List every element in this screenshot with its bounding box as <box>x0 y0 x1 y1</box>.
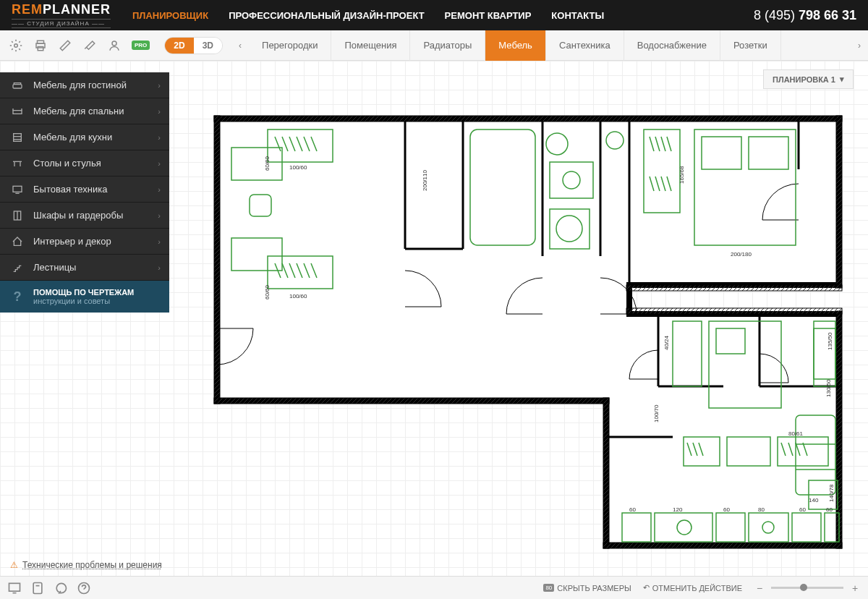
tech-issues-link[interactable]: ⚠ Технические проблемы и решения <box>10 560 162 570</box>
sidebar-item-decor[interactable]: Интерьер и декор › <box>0 229 169 255</box>
tab-walls[interactable]: Перегородки <box>249 30 331 61</box>
wardrobe-icon <box>9 210 26 221</box>
sidebar-label: Мебель для спальни <box>33 106 158 116</box>
scroll-left-icon[interactable]: ‹ <box>231 37 249 54</box>
nav-contacts[interactable]: КОНТАКТЫ <box>551 10 604 21</box>
house-icon <box>9 236 26 247</box>
svg-rect-76 <box>33 582 42 593</box>
view-2d-button[interactable]: 2D <box>165 38 193 54</box>
logo-subtitle: —— СТУДИЯ ДИЗАЙНА —— <box>12 19 111 28</box>
hide-dims-label: СКРЫТЬ РАЗМЕРЫ <box>557 584 631 592</box>
chevron-right-icon: › <box>158 81 161 90</box>
sidebar-item-kitchen[interactable]: Мебель для кухни › <box>0 124 169 150</box>
sidebar: Мебель для гостиной › Мебель для спальни… <box>0 72 169 313</box>
undo-label: ОТМЕНИТЬ ДЕЙСТВИЕ <box>652 584 742 592</box>
tools-icon[interactable] <box>82 38 97 53</box>
zoom-control: − + <box>754 582 861 594</box>
view-3d-button[interactable]: 3D <box>194 38 222 54</box>
zoom-slider[interactable] <box>771 587 843 589</box>
bed-icon <box>9 106 26 117</box>
sidebar-label: Мебель для гостиной <box>33 80 158 90</box>
nav-renovation[interactable]: РЕМОНТ КВАРТИР <box>445 10 532 21</box>
settings-icon[interactable] <box>9 38 23 53</box>
dim-label: 60 <box>723 506 730 513</box>
dim-label: 60 <box>629 506 636 513</box>
chevron-down-icon: ▾ <box>840 75 844 84</box>
svg-rect-7 <box>836 116 842 288</box>
tab-rooms[interactable]: Помещения <box>331 30 410 61</box>
tab-plumbing[interactable]: Сантехника <box>546 30 624 61</box>
nav-design-project[interactable]: ПРОФЕССИОНАЛЬНЫЙ ДИЗАЙН-ПРОЕКТ <box>229 10 424 21</box>
scroll-right-icon[interactable]: › <box>851 37 868 54</box>
chevron-right-icon: › <box>158 185 161 194</box>
table-icon <box>9 158 26 169</box>
svg-rect-74 <box>9 583 20 591</box>
chevron-right-icon: › <box>158 159 161 168</box>
chevron-right-icon: › <box>158 107 161 116</box>
ruler-icon[interactable] <box>58 38 72 53</box>
logo[interactable]: REMPLANNER —— СТУДИЯ ДИЗАЙНА —— <box>12 2 111 28</box>
phone-prefix: 8 (495) <box>754 8 799 22</box>
dim-label: 60 <box>826 506 833 513</box>
tabs-scroll: ‹ Перегородки Помещения Радиаторы Мебель… <box>231 30 868 61</box>
sidebar-label: Интерьер и декор <box>33 236 158 247</box>
tool-icons: PRO <box>0 38 158 53</box>
tech-issues-text: Технические проблемы и решения <box>22 560 162 570</box>
undo-button[interactable]: ↶ ОТМЕНИТЬ ДЕЙСТВИЕ <box>643 583 742 592</box>
svg-rect-62 <box>13 84 22 88</box>
tv-icon <box>9 184 26 195</box>
help-icon[interactable] <box>77 581 91 595</box>
sidebar-item-bedroom[interactable]: Мебель для спальни › <box>0 98 169 124</box>
help-subtitle: инструкции и советы <box>33 297 134 305</box>
zoom-out-button[interactable]: − <box>754 582 765 594</box>
plan-selector[interactable]: ПЛАНИРОВКА 1 ▾ <box>763 69 854 89</box>
sidebar-item-appliances[interactable]: Бытовая техника › <box>0 177 169 203</box>
note-icon[interactable] <box>30 581 45 595</box>
tab-furniture[interactable]: Мебель <box>485 30 546 61</box>
svg-rect-13 <box>626 308 842 314</box>
sidebar-label: Мебель для кухни <box>33 132 158 143</box>
svg-point-4 <box>112 41 116 46</box>
logo-planner: PLANNER <box>43 2 111 17</box>
print-icon[interactable] <box>33 38 48 53</box>
svg-rect-64 <box>14 133 22 141</box>
sidebar-label: Столы и стулья <box>33 158 158 169</box>
sidebar-help[interactable]: ? ПОМОЩЬ ПО ЧЕРТЕЖАМ инструкции и советы <box>0 281 169 313</box>
dim-label: 60 <box>799 506 806 513</box>
chevron-right-icon: › <box>158 237 161 246</box>
tab-sockets[interactable]: Розетки <box>720 30 781 61</box>
hide-dimensions-button[interactable]: 80 СКРЫТЬ РАЗМЕРЫ <box>543 584 631 592</box>
floorplan-drawing[interactable]: 100/60 100/60 200/110 200/180 165/68 60/… <box>210 111 846 560</box>
zoom-in-button[interactable]: + <box>849 582 861 594</box>
tab-water[interactable]: Водоснабжение <box>624 30 720 61</box>
phone-number: 8 (495) 798 66 31 <box>754 8 856 23</box>
sofa-icon <box>9 80 26 91</box>
chat-icon[interactable] <box>54 581 68 595</box>
sidebar-item-wardrobes[interactable]: Шкафы и гардеробы › <box>0 203 169 229</box>
phone-main: 798 66 31 <box>799 8 856 22</box>
chevron-right-icon: › <box>158 133 161 142</box>
screen-icon[interactable] <box>7 581 22 595</box>
svg-rect-11 <box>603 543 842 548</box>
dim-label: 60/60 <box>264 156 271 171</box>
dim-label: 200/180 <box>731 251 752 258</box>
dim-label: 60/60 <box>264 284 271 300</box>
nav-planner[interactable]: ПЛАНИРОВЩИК <box>132 10 208 21</box>
dim-label: 100/60 <box>289 164 307 171</box>
dim-label: 130/50 <box>825 379 832 397</box>
sidebar-item-tables[interactable]: Столы и стулья › <box>0 150 169 177</box>
dim-label: 100/70 <box>653 404 660 422</box>
svg-rect-9 <box>214 398 609 404</box>
sidebar-item-living[interactable]: Мебель для гостиной › <box>0 72 169 98</box>
dim-label: 40/24 <box>663 335 670 350</box>
sidebar-item-stairs[interactable]: Лестницы › <box>0 255 169 281</box>
zoom-thumb[interactable] <box>800 584 807 591</box>
bottom-right: 80 СКРЫТЬ РАЗМЕРЫ ↶ ОТМЕНИТЬ ДЕЙСТВИЕ − … <box>543 582 861 594</box>
dim-label: 200/110 <box>422 170 428 191</box>
svg-rect-5 <box>214 116 842 122</box>
dim-label: 100/60 <box>289 293 307 300</box>
tab-radiators[interactable]: Радиаторы <box>410 30 485 61</box>
svg-point-0 <box>14 43 18 47</box>
user-icon[interactable] <box>107 38 122 53</box>
pro-badge[interactable]: PRO <box>132 41 150 50</box>
